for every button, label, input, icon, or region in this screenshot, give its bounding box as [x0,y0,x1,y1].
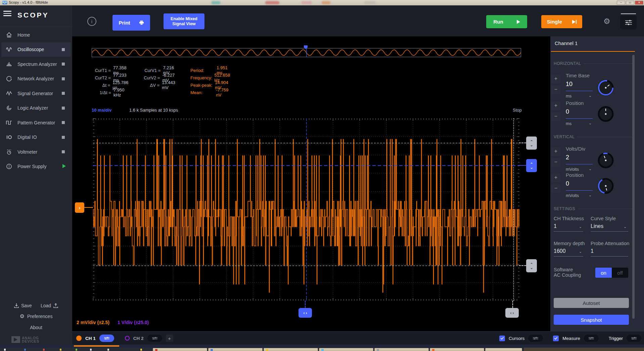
sidebar-item-power-supply[interactable]: Power Supply [0,159,72,174]
voltsdiv-unit[interactable]: mVolts [566,167,579,172]
ch2-color-ring[interactable] [125,336,130,341]
timebase-increment-button[interactable]: + [551,75,561,83]
sidebar-item-oscilloscope[interactable]: Oscilloscope [1,42,71,57]
timebase-decrement-button[interactable]: − [551,85,561,94]
minimize-button[interactable]: ─ [617,1,625,5]
chevron-down-icon[interactable]: ⌄ [589,93,592,98]
hposition-value[interactable]: 0 [566,108,569,115]
timebase-unit[interactable]: ms [566,93,571,99]
single-button[interactable]: Single [541,15,582,28]
voltsdiv-increment-button[interactable]: + [551,147,561,156]
capture-preview-strip[interactable] [92,48,521,57]
hamburger-menu-icon[interactable] [3,11,11,17]
scopy-window: Scopy - v1.4.0 - f8fd4de ─ ▭ ✕ SCOPY Hom… [0,0,644,351]
sidebar-item-logic-analyzer[interactable]: Logic Analyzer [0,101,72,116]
print-button[interactable]: Print [112,15,150,31]
voltsdiv-knob[interactable] [596,151,615,170]
ch1-tab[interactable]: CH 1 [85,336,96,341]
load-button[interactable]: Load [41,303,58,308]
save-button[interactable]: Save [14,303,32,308]
vposition-knob[interactable] [596,176,615,196]
cursor-v1-handle[interactable]: ⌃⌄ [526,136,537,150]
time-cursor-handle[interactable]: ‹› [505,308,519,318]
taskbar-window-button[interactable] [208,348,263,351]
window-titlebar[interactable]: Scopy - v1.4.0 - f8fd4de ─ ▭ ✕ [0,0,644,5]
windows-taskbar[interactable] [0,348,644,351]
ch1-color-dot[interactable] [76,336,82,341]
preferences-button[interactable]: ⚙ Preferences [0,313,72,319]
snapshot-button[interactable]: Snapshot [554,315,629,325]
toggle-on[interactable]: on [595,268,612,278]
cursors-checkbox[interactable] [499,336,505,341]
chevron-down-icon[interactable]: ⌄ [579,249,582,254]
trigger-label[interactable]: Trigger [609,336,623,341]
ac-coupling-toggle[interactable]: on off [595,268,628,278]
maximize-button[interactable]: ▭ [626,1,634,5]
taskbar-window-button[interactable] [485,348,522,351]
taskbar-window-button[interactable] [264,348,318,351]
chevron-down-icon[interactable]: ⌄ [589,193,592,197]
ch1-offset-handle[interactable]: › [75,202,84,213]
cursors-settings-pill[interactable] [528,335,543,342]
measure-label[interactable]: Measure [562,336,580,341]
hposition-decrement-button[interactable]: − [551,112,561,121]
ch2-settings-pill[interactable] [147,335,162,342]
gear-icon[interactable]: ⚙ [603,17,610,25]
chevron-down-icon[interactable]: ⌄ [589,167,592,171]
ch-thickness-select[interactable]: 1 [554,223,557,229]
panel-scrollbar[interactable] [632,55,635,319]
adi-triangle-icon [11,336,20,343]
timebase-value[interactable]: 10 [566,81,572,88]
vposition-unit[interactable]: mVolts [566,193,579,198]
measure-settings-pill[interactable] [584,335,599,342]
chevron-down-icon[interactable]: ⌄ [624,225,627,229]
timebase-label: Time Base [566,73,590,78]
voltsdiv-value[interactable]: 2 [566,154,569,161]
trigger-position-handle[interactable]: ‹› [298,308,312,318]
taskbar-window-button[interactable] [319,348,373,351]
measure-checkbox[interactable] [553,336,559,341]
sidebar-item-network-analyzer[interactable]: Network Analyzer [0,72,72,86]
hposition-knob[interactable] [596,104,615,124]
taskbar-window-button[interactable] [374,348,429,351]
about-link[interactable]: About [0,325,72,330]
autoset-button[interactable]: Autoset [554,298,629,308]
voltsdiv-decrement-button[interactable]: − [551,158,561,167]
run-button[interactable]: Run [486,15,527,28]
timebase-knob[interactable] [596,78,615,98]
sidebar-item-pattern-generator[interactable]: Pattern Generator [0,115,72,130]
close-button[interactable]: ✕ [635,1,643,5]
sidebar-item-digital-io[interactable]: Digital IO [0,130,72,145]
curve-style-select[interactable]: Lines [591,223,603,229]
info-icon[interactable]: i [87,17,96,26]
toggle-off[interactable]: off [612,268,628,278]
cursor-v2-handle[interactable]: ⌃⌄ [526,259,537,272]
taskbar-window-button[interactable] [153,348,207,351]
cursors-label[interactable]: Cursors [509,336,524,341]
trigger-level-handle[interactable]: ⌃⌄ [526,159,537,172]
divider [0,27,72,27]
chevron-down-icon[interactable]: ⌄ [579,225,582,229]
sidebar-item-voltmeter[interactable]: Voltmeter [0,145,72,159]
trigger-settings-pill[interactable] [627,335,641,342]
sliders-icon [152,337,158,340]
ch2-tab[interactable]: CH 2 [133,336,144,341]
ch1-settings-pill[interactable] [99,335,114,342]
memory-depth-select[interactable]: 1600 [554,248,566,254]
vposition-increment-button[interactable]: + [551,173,561,182]
vposition-value[interactable]: 0 [566,180,569,187]
sidebar-item-home[interactable]: Home [0,28,72,42]
hposition-increment-button[interactable]: + [551,102,561,110]
channel-settings-toggle[interactable] [620,15,637,30]
taskbar-window-button[interactable] [430,348,484,351]
vposition-decrement-button[interactable]: − [551,184,561,193]
chevron-down-icon[interactable]: ⌄ [589,121,592,125]
sidebar-item-signal-generator[interactable]: Signal Generator [0,86,72,101]
probe-attenuation-input[interactable]: 1 [591,248,594,254]
add-channel-button[interactable]: + [166,335,173,342]
sidebar-item-spectrum-analyzer[interactable]: Spectrum Analyzer [0,57,72,72]
oscilloscope-plot[interactable] [93,118,519,301]
enable-mixed-signal-button[interactable]: Enable MixedSignal View [164,13,204,29]
hposition-unit[interactable]: ms [566,121,571,126]
sidebar: SCOPY Home Oscilloscope Spectrum Analyze… [0,5,72,348]
